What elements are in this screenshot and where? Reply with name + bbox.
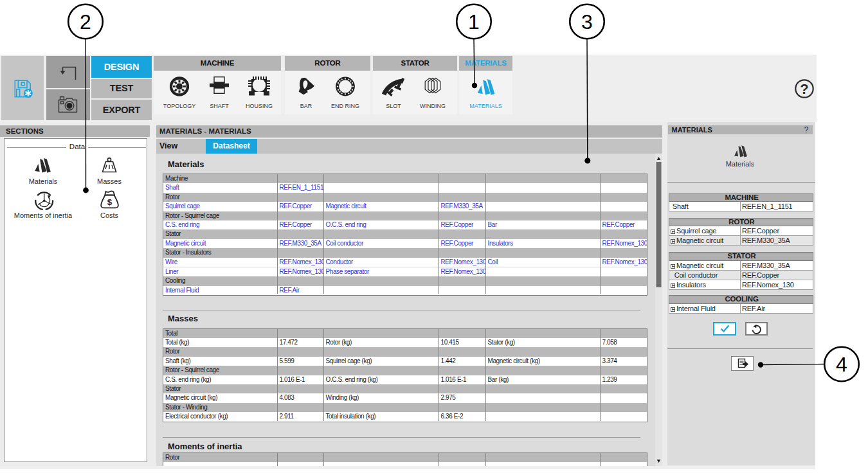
svg-text:3: 3 (581, 10, 593, 33)
svg-text:4: 4 (836, 353, 847, 376)
svg-text:2: 2 (80, 10, 91, 33)
svg-text:1: 1 (468, 10, 480, 33)
svg-text:?: ? (800, 81, 808, 97)
svg-text:$: $ (107, 197, 113, 207)
